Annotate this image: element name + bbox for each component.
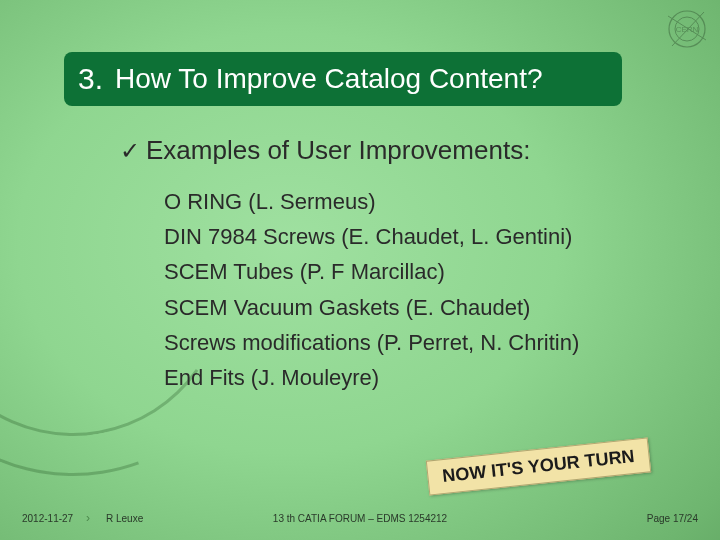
list-item: O RING (L. Sermeus) — [164, 184, 690, 219]
list-item: DIN 7984 Screws (E. Chaudet, L. Gentini) — [164, 219, 690, 254]
list-item: SCEM Tubes (P. F Marcillac) — [164, 254, 690, 289]
item-list: O RING (L. Sermeus) DIN 7984 Screws (E. … — [164, 184, 690, 395]
list-item: SCEM Vacuum Gaskets (E. Chaudet) — [164, 290, 690, 325]
callout-sticker: NOW IT'S YOUR TURN — [426, 437, 651, 495]
check-icon: ✓ — [120, 139, 140, 163]
footer-page: Page 17/24 — [647, 513, 698, 524]
slide-footer: 2012-11-27 › R Leuxe 13 th CATIA FORUM –… — [0, 508, 720, 528]
title-number: 3. — [78, 62, 103, 96]
cern-logo-text: CERN — [676, 25, 699, 34]
title-text: How To Improve Catalog Content? — [115, 63, 543, 95]
footer-center: 13 th CATIA FORUM – EDMS 1254212 — [273, 513, 447, 524]
cern-logo: CERN — [664, 6, 710, 52]
section-heading: ✓ Examples of User Improvements: — [120, 135, 690, 166]
list-item: End Fits (J. Mouleyre) — [164, 360, 690, 395]
heading-text: Examples of User Improvements: — [146, 135, 530, 166]
list-item: Screws modifications (P. Perret, N. Chri… — [164, 325, 690, 360]
footer-author: R Leuxe — [106, 513, 143, 524]
content-area: ✓ Examples of User Improvements: O RING … — [120, 135, 690, 395]
chevron-right-icon: › — [86, 511, 90, 525]
footer-date: 2012-11-27 — [22, 513, 73, 524]
slide-title-bar: 3. How To Improve Catalog Content? — [64, 52, 622, 106]
